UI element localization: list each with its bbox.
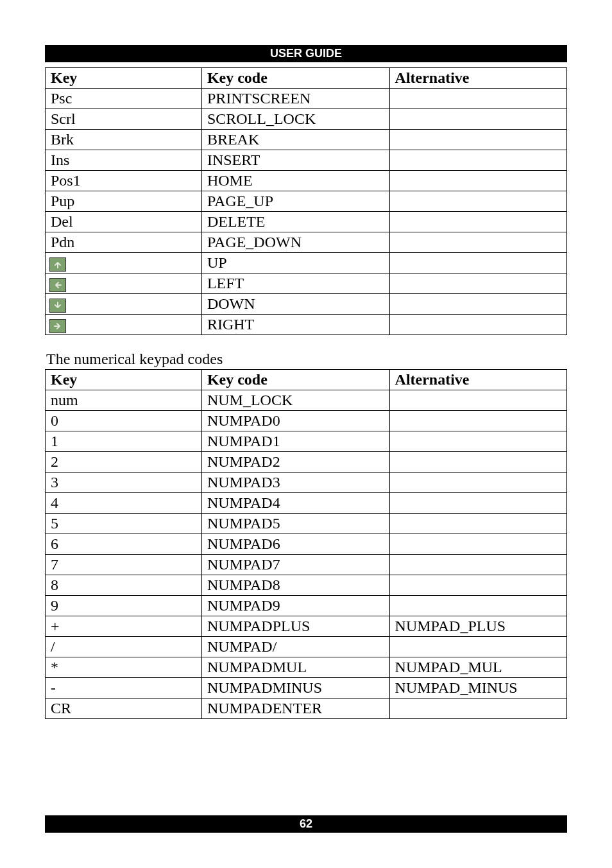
arrow-left-icon xyxy=(49,278,66,292)
cell-code: NUMPAD4 xyxy=(201,493,389,514)
table-row: 4NUMPAD4 xyxy=(46,493,567,514)
page: USER GUIDE Key Key code Alternative PscP… xyxy=(0,0,612,868)
cell-key: 1 xyxy=(46,431,202,452)
cell-alt-text: NUMPAD_PLUS xyxy=(395,618,506,634)
cell-key: 2 xyxy=(46,452,202,473)
cell-alt xyxy=(389,431,566,452)
table-row: PupPAGE_UP xyxy=(46,191,567,212)
cell-key-text: Scrl xyxy=(51,110,76,127)
cell-code: NUM_LOCK xyxy=(201,390,389,411)
cell-code-text: NUMPAD4 xyxy=(207,494,280,511)
cell-code: NUMPADENTER xyxy=(201,699,389,719)
table-row: DelDELETE xyxy=(46,212,567,232)
cell-alt xyxy=(389,534,566,555)
cell-alt xyxy=(389,390,566,411)
cell-alt xyxy=(389,555,566,575)
cell-key: / xyxy=(46,637,202,657)
cell-alt xyxy=(389,637,566,657)
cell-code-text: NUMPADENTER xyxy=(207,700,322,716)
cell-alt xyxy=(389,315,566,335)
arrow-up-icon xyxy=(49,257,66,272)
table-row: RIGHT xyxy=(46,315,567,335)
arrow-down-icon xyxy=(49,299,66,313)
cell-code-text: NUM_LOCK xyxy=(207,392,293,408)
col-alt: Alternative xyxy=(389,370,566,390)
cell-code-text: NUMPAD1 xyxy=(207,433,280,449)
cell-key-text: / xyxy=(51,638,55,655)
cell-code-text: UP xyxy=(207,254,227,271)
cell-key-text: + xyxy=(51,618,60,634)
cell-key xyxy=(46,253,202,273)
table-row: 1NUMPAD1 xyxy=(46,431,567,452)
table-row: /NUMPAD/ xyxy=(46,637,567,657)
table-row: numNUM_LOCK xyxy=(46,390,567,411)
cell-code: NUMPAD/ xyxy=(201,637,389,657)
cell-code: DOWN xyxy=(201,294,389,315)
cell-key-text: 4 xyxy=(51,494,58,511)
table-row: 5NUMPAD5 xyxy=(46,514,567,534)
cell-key: 9 xyxy=(46,596,202,616)
cell-alt xyxy=(389,150,566,171)
cell-key xyxy=(46,315,202,335)
cell-code: NUMPAD2 xyxy=(201,452,389,473)
cell-code: NUMPADMUL xyxy=(201,657,389,678)
cell-alt xyxy=(389,130,566,150)
cell-code: NUMPAD3 xyxy=(201,473,389,493)
page-number: 62 xyxy=(300,817,312,830)
cell-code: LEFT xyxy=(201,273,389,294)
cell-code-text: DELETE xyxy=(207,213,266,230)
table-row: CRNUMPADENTER xyxy=(46,699,567,719)
header-bar: USER GUIDE xyxy=(45,45,567,62)
cell-alt-text: NUMPAD_MUL xyxy=(395,659,502,675)
cell-code: NUMPADMINUS xyxy=(201,678,389,699)
cell-key-text: 8 xyxy=(51,577,58,593)
cell-code: NUMPAD5 xyxy=(201,514,389,534)
cell-code: RIGHT xyxy=(201,315,389,335)
cell-key: CR xyxy=(46,699,202,719)
cell-key-text: Del xyxy=(51,213,73,230)
cell-code: PRINTSCREEN xyxy=(201,89,389,109)
table-row: 6NUMPAD6 xyxy=(46,534,567,555)
table-row: BrkBREAK xyxy=(46,130,567,150)
cell-code: UP xyxy=(201,253,389,273)
cell-key: * xyxy=(46,657,202,678)
table-row: ScrlSCROLL_LOCK xyxy=(46,109,567,130)
table-row: 2NUMPAD2 xyxy=(46,452,567,473)
cell-code: NUMPAD6 xyxy=(201,534,389,555)
footer-bar: 62 xyxy=(45,815,567,833)
cell-key: Pos1 xyxy=(46,171,202,191)
table-row: LEFT xyxy=(46,273,567,294)
section-title-numerical-keypad: The numerical keypad codes xyxy=(45,351,567,368)
cell-alt xyxy=(389,411,566,431)
cell-key xyxy=(46,273,202,294)
cell-key: Brk xyxy=(46,130,202,150)
cell-key-text: 0 xyxy=(51,412,58,429)
cell-alt xyxy=(389,514,566,534)
cell-code: NUMPAD9 xyxy=(201,596,389,616)
header-title: USER GUIDE xyxy=(270,47,342,60)
cell-code-text: NUMPAD7 xyxy=(207,556,280,573)
table-row: -NUMPADMINUSNUMPAD_MINUS xyxy=(46,678,567,699)
cell-key: + xyxy=(46,616,202,637)
cell-key-text: num xyxy=(51,392,78,408)
cell-alt xyxy=(389,232,566,253)
cell-alt xyxy=(389,212,566,232)
cell-alt xyxy=(389,294,566,315)
cell-key-text: - xyxy=(51,679,56,696)
cell-code-text: RIGHT xyxy=(207,316,254,333)
table-row: 8NUMPAD8 xyxy=(46,575,567,596)
cell-code: SCROLL_LOCK xyxy=(201,109,389,130)
cell-key: 6 xyxy=(46,534,202,555)
cell-code: NUMPAD0 xyxy=(201,411,389,431)
cell-key-text: 3 xyxy=(51,474,58,490)
cell-key-text: CR xyxy=(51,700,71,716)
cell-key-text: Pup xyxy=(51,193,74,209)
table-row: InsINSERT xyxy=(46,150,567,171)
cell-alt: NUMPAD_MINUS xyxy=(389,678,566,699)
cell-key: 7 xyxy=(46,555,202,575)
cell-code-text: NUMPAD8 xyxy=(207,577,280,593)
cell-alt xyxy=(389,452,566,473)
cell-alt: NUMPAD_MUL xyxy=(389,657,566,678)
cell-alt xyxy=(389,171,566,191)
table-row: UP xyxy=(46,253,567,273)
